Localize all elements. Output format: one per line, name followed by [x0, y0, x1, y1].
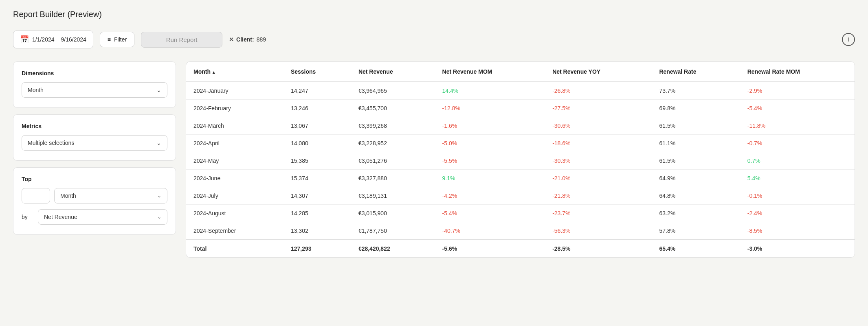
col-renewal-rate[interactable]: Renewal Rate	[652, 62, 740, 82]
left-panel: Dimensions Month ⌄ Metrics Multiple sele…	[13, 61, 176, 258]
cell-sessions: 14,285	[283, 205, 351, 222]
cell-renewal-rate-mom: -11.8%	[740, 117, 855, 135]
top-dimension-select[interactable]: Month ⌄	[54, 188, 167, 203]
table-row: 2024-July 14,307 €3,189,131 -4.2% -21.8%…	[186, 187, 855, 205]
cell-net-revenue-yoy: -21.0%	[545, 170, 652, 187]
cell-renewal-rate-mom: -0.1%	[740, 187, 855, 205]
cell-renewal-rate: 63.2%	[652, 205, 740, 222]
col-month[interactable]: Month	[186, 62, 283, 82]
cell-renewal-rate: 64.9%	[652, 170, 740, 187]
cell-month: 2024-June	[186, 170, 283, 187]
calendar-icon: 📅	[20, 35, 29, 44]
cell-renewal-rate-mom: 0.7%	[740, 152, 855, 170]
col-sessions[interactable]: Sessions	[283, 62, 351, 82]
cell-renewal-rate: 61.5%	[652, 152, 740, 170]
cell-net-revenue: €3,015,900	[351, 205, 435, 222]
cell-net-revenue-yoy: -18.6%	[545, 135, 652, 152]
col-net-revenue[interactable]: Net Revenue	[351, 62, 435, 82]
cell-net-revenue: €3,964,965	[351, 82, 435, 100]
top-label: Top	[22, 176, 167, 182]
cell-month: 2024-September	[186, 222, 283, 240]
cell-sessions: 14,307	[283, 187, 351, 205]
table-row: 2024-March 13,067 €3,399,268 -1.6% -30.6…	[186, 117, 855, 135]
cell-net-revenue-yoy: -21.8%	[545, 187, 652, 205]
by-metric-select[interactable]: Net Revenue ⌄	[38, 209, 167, 225]
client-value: 889	[257, 36, 266, 43]
cell-net-revenue-yoy: -23.7%	[545, 205, 652, 222]
cell-net-revenue-mom: -5.5%	[435, 152, 545, 170]
cell-net-revenue-mom: -4.2%	[435, 187, 545, 205]
data-table-panel: Month Sessions Net Revenue Net Revenue M…	[186, 61, 855, 258]
cell-net-revenue: €3,399,268	[351, 117, 435, 135]
date-range-box[interactable]: 📅 1/1/2024 9/16/2024	[13, 31, 93, 48]
total-net-revenue: €28,420,822	[351, 240, 435, 257]
total-renewal-rate-mom: -3.0%	[740, 240, 855, 257]
filter-button[interactable]: ≡ Filter	[100, 32, 134, 47]
cell-net-revenue-mom: -1.6%	[435, 117, 545, 135]
cell-renewal-rate-mom: -2.4%	[740, 205, 855, 222]
client-remove-button[interactable]: ✕	[229, 36, 234, 43]
dimensions-select[interactable]: Month ⌄	[22, 82, 167, 98]
cell-sessions: 13,246	[283, 100, 351, 117]
cell-renewal-rate: 61.1%	[652, 135, 740, 152]
info-button[interactable]: i	[842, 33, 855, 46]
filter-label: Filter	[114, 36, 127, 43]
main-content: Dimensions Month ⌄ Metrics Multiple sele…	[13, 61, 855, 258]
total-renewal-rate: 65.4%	[652, 240, 740, 257]
cell-renewal-rate: 57.8%	[652, 222, 740, 240]
client-label: Client:	[236, 36, 254, 43]
dimensions-label: Dimensions	[22, 70, 167, 77]
metrics-select[interactable]: Multiple selections ⌄	[22, 135, 167, 151]
cell-net-revenue-yoy: -30.6%	[545, 117, 652, 135]
cell-renewal-rate-mom: -8.5%	[740, 222, 855, 240]
cell-renewal-rate: 64.8%	[652, 187, 740, 205]
cell-net-revenue: €3,189,131	[351, 187, 435, 205]
total-month: Total	[186, 240, 283, 257]
client-badge: ✕ Client: 889	[229, 36, 266, 43]
col-net-revenue-yoy[interactable]: Net Revenue YOY	[545, 62, 652, 82]
run-report-button[interactable]: Run Report	[141, 32, 222, 48]
table-row: 2024-February 13,246 €3,455,700 -12.8% -…	[186, 100, 855, 117]
date-start: 1/1/2024	[32, 36, 55, 43]
cell-renewal-rate-mom: -2.9%	[740, 82, 855, 100]
table-header-row: Month Sessions Net Revenue Net Revenue M…	[186, 62, 855, 82]
col-renewal-rate-mom[interactable]: Renewal Rate MOM	[740, 62, 855, 82]
table-row: 2024-September 13,302 €1,787,750 -40.7% …	[186, 222, 855, 240]
cell-month: 2024-February	[186, 100, 283, 117]
cell-sessions: 13,067	[283, 117, 351, 135]
dimensions-chevron: ⌄	[156, 87, 161, 93]
top-card: Top Month ⌄ by Net Revenue ⌄	[13, 167, 176, 235]
table-total-row: Total 127,293 €28,420,822 -5.6% -28.5% 6…	[186, 240, 855, 257]
top-dimension-value: Month	[60, 193, 76, 199]
cell-month: 2024-May	[186, 152, 283, 170]
table-row: 2024-January 14,247 €3,964,965 14.4% -26…	[186, 82, 855, 100]
metrics-card: Metrics Multiple selections ⌄	[13, 114, 176, 161]
page-title: Report Builder (Preview)	[13, 10, 855, 19]
by-row: by Net Revenue ⌄	[22, 209, 167, 225]
cell-net-revenue-mom: 9.1%	[435, 170, 545, 187]
filter-icon: ≡	[108, 36, 111, 43]
by-metric-value: Net Revenue	[44, 214, 77, 220]
top-number-input[interactable]	[22, 188, 50, 203]
col-net-revenue-mom[interactable]: Net Revenue MOM	[435, 62, 545, 82]
cell-sessions: 14,247	[283, 82, 351, 100]
cell-renewal-rate-mom: -0.7%	[740, 135, 855, 152]
table-row: 2024-May 15,385 €3,051,276 -5.5% -30.3% …	[186, 152, 855, 170]
info-icon: i	[848, 36, 849, 43]
cell-sessions: 15,374	[283, 170, 351, 187]
date-end: 9/16/2024	[61, 36, 86, 43]
table-row: 2024-August 14,285 €3,015,900 -5.4% -23.…	[186, 205, 855, 222]
cell-net-revenue-mom: -5.4%	[435, 205, 545, 222]
cell-renewal-rate: 73.7%	[652, 82, 740, 100]
by-label: by	[22, 214, 34, 220]
cell-net-revenue: €3,455,700	[351, 100, 435, 117]
top-row: Month ⌄	[22, 188, 167, 203]
cell-month: 2024-January	[186, 82, 283, 100]
table-row: 2024-June 15,374 €3,327,880 9.1% -21.0% …	[186, 170, 855, 187]
cell-net-revenue: €3,327,880	[351, 170, 435, 187]
metrics-label: Metrics	[22, 123, 167, 129]
total-net-revenue-yoy: -28.5%	[545, 240, 652, 257]
cell-net-revenue-mom: -40.7%	[435, 222, 545, 240]
dimensions-card: Dimensions Month ⌄	[13, 61, 176, 108]
cell-renewal-rate: 69.8%	[652, 100, 740, 117]
